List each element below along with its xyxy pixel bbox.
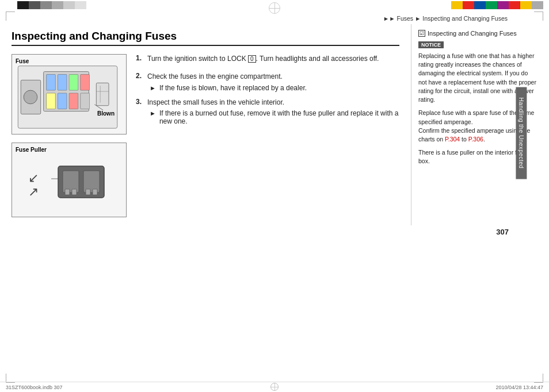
- svg-rect-10: [96, 83, 109, 105]
- reg-mark-top: [269, 2, 280, 14]
- fuse-label: Fuse: [16, 58, 29, 64]
- instructions-column: 1. Turn the ignition switch to LOCK 0. T…: [136, 54, 399, 225]
- page-number-area: 307: [0, 225, 549, 237]
- page-title: Inspecting and Changing Fuses: [12, 30, 399, 46]
- swatches-right: [451, 1, 543, 9]
- bottom-left-text: 31SZT600book.indb 307: [6, 385, 63, 390]
- step-1-num: 1.: [136, 54, 144, 66]
- svg-rect-5: [81, 75, 90, 91]
- sidebar-title-text: Inspecting and Changing Fuses: [428, 30, 517, 37]
- svg-point-14: [24, 90, 37, 104]
- svg-rect-2: [47, 75, 56, 91]
- svg-rect-4: [69, 75, 78, 91]
- notice-badge: NOTICE: [418, 41, 444, 48]
- swatches-left: [17, 1, 86, 9]
- fuse-illustration-box: Fuse: [12, 54, 127, 134]
- step-2-sub-text: If the fuse is blown, have it replaced b…: [159, 84, 307, 92]
- breadcrumb: ►► Fuses ► Inspecting and Changing Fuses: [0, 13, 549, 24]
- arrow-bullet-3: ►: [150, 110, 156, 125]
- step-2-sub: ► If the fuse is blown, have it replaced…: [150, 84, 399, 92]
- step-3: 3. Inspect the small fuses in the vehicl…: [136, 98, 399, 126]
- svg-rect-22: [93, 189, 97, 195]
- svg-rect-6: [47, 93, 56, 109]
- svg-text:↗: ↗: [28, 185, 39, 199]
- page-number: 307: [496, 228, 509, 236]
- step-2: 2. Check the fuses in the engine compart…: [136, 72, 399, 92]
- sidebar-section-title: ☑ Inspecting and Changing Fuses: [418, 30, 537, 37]
- bottom-bar: 31SZT600book.indb 307 2010/04/28 13:44:4…: [0, 382, 549, 392]
- step-3-sub-text: If there is a burned out fuse, remove it…: [159, 109, 399, 125]
- svg-rect-19: [65, 189, 70, 195]
- fuse-puller-illustration-box: Fuse Puller ↙: [12, 143, 127, 217]
- step-1: 1. Turn the ignition switch to LOCK 0. T…: [136, 54, 399, 66]
- svg-rect-20: [72, 189, 77, 195]
- step-2-text: Check the fuses in the engine compartmen…: [147, 72, 399, 82]
- fuse-svg: [12, 55, 126, 134]
- blown-label: Blown: [97, 110, 115, 117]
- svg-rect-21: [86, 189, 90, 195]
- bottom-right-text: 2010/04/28 13:44:47: [495, 385, 543, 390]
- svg-rect-8: [69, 93, 78, 109]
- reg-mark-bottom: [270, 383, 279, 391]
- step-3-num: 3.: [136, 98, 144, 126]
- fuse-puller-label: Fuse Puller: [16, 147, 47, 153]
- illustrations-column: Fuse: [12, 54, 127, 225]
- link-p306[interactable]: P.306: [468, 136, 483, 143]
- step-3-sub: ► If there is a burned out fuse, remove …: [150, 109, 399, 125]
- svg-rect-7: [58, 93, 67, 109]
- step-3-text: Inspect the small fuses in the vehicle i…: [147, 98, 399, 107]
- svg-rect-3: [58, 75, 67, 91]
- step-1-text: Turn the ignition switch to LOCK 0. Turn…: [147, 54, 399, 64]
- step-2-num: 2.: [136, 72, 144, 92]
- fuse-puller-svg: ↙ ↗: [12, 143, 127, 217]
- color-bar-top: [0, 0, 549, 10]
- arrow-bullet-2: ►: [150, 84, 156, 92]
- right-sidebar: Handling the Unexpected ☑ Inspecting and…: [411, 24, 537, 225]
- vertical-tab: Handling the Unexpected: [516, 87, 527, 179]
- svg-rect-9: [81, 93, 90, 109]
- link-p304[interactable]: P.304: [445, 136, 460, 143]
- sidebar-checkbox-icon: ☑: [418, 30, 425, 37]
- svg-text:↙: ↙: [28, 171, 39, 185]
